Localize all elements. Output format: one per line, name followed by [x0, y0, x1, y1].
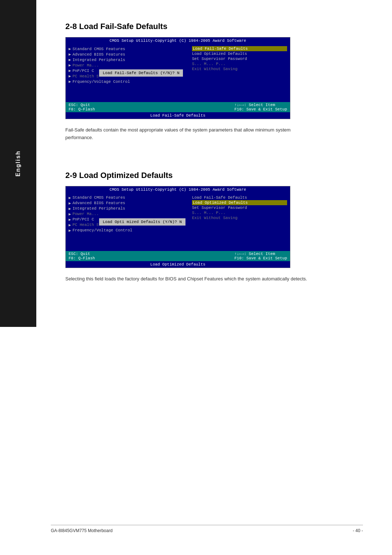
bios1-item-0: ▶ Standard CMOS Features [69, 46, 186, 52]
bios2-arrows: ↑↓←→: Select Item [234, 252, 287, 256]
bios1-right-item-0: Load Fail-Safe Defaults [192, 46, 287, 51]
arrow-icon-6: ▶ [69, 79, 71, 84]
arrow2-icon-6: ▶ [69, 228, 71, 233]
bios-screen-2: CMOS Setup Utility-Copyright (C) 1984-20… [65, 186, 290, 268]
sidebar-label: English [15, 150, 21, 177]
bios1-item-3: ▶ Power Ma... [69, 62, 186, 68]
bios1-item-label-4: PnP/PCI C [73, 69, 94, 73]
bios1-footer-left: ESC: Quit F8: Q-Flash [69, 103, 95, 112]
arrow2-icon-2: ▶ [69, 206, 71, 211]
bios2-right-item-1: Load Optimized Defaults [192, 200, 287, 205]
bios2-right-item-2: Set Supervisor Password [192, 205, 287, 210]
bios2-item-label-4: PnP/PCI C [73, 217, 94, 222]
bios1-item-label-2: Integrated Peripherals [73, 58, 125, 62]
bios1-item-label-3: Power Ma... [73, 63, 99, 68]
bios2-footer-left: ESC: Quit F8: Q-Flash [69, 252, 95, 260]
bios1-f10: F10: Save & Exit Setup [234, 107, 287, 112]
bios1-right-item-2: Set Supervisor Password [192, 56, 287, 61]
page-footer: GA-8I845GVM775 Motherboard - 40 - [51, 525, 363, 533]
bios2-item-label-3: Power Ma... [73, 212, 99, 216]
bios2-title: CMOS Setup Utility-Copyright (C) 1984-20… [66, 186, 290, 193]
bios1-footer-bottom: Load Fail-Safe Defaults [66, 112, 290, 119]
bios2-right-item-3: S... M... P... [192, 210, 287, 215]
footer-left: GA-8I845GVM775 Motherboard [51, 528, 113, 533]
bios2-body: ▶ Standard CMOS Features ▶ Advanced BIOS… [66, 193, 290, 251]
bios2-item-label-6: Frequency/Voltage Control [73, 228, 132, 232]
bios2-right-item-0: Load Fail-Safe Defaults [192, 195, 287, 200]
bios2-item-0: ▶ Standard CMOS Features [69, 195, 186, 200]
bios-screen-1: CMOS Setup Utility-Copyright (C) 1984-20… [65, 37, 290, 119]
bios1-item-1: ▶ Advanced BIOS Features [69, 52, 186, 57]
section2-heading: 2-9 Load Optimized Defaults [65, 171, 363, 180]
bios1-title: CMOS Setup Utility-Copyright (C) 1984-20… [66, 37, 290, 44]
bios1-item-label-0: Standard CMOS Features [73, 47, 125, 51]
bios2-esc: ESC: Quit [69, 252, 95, 256]
arrow-icon-0: ▶ [69, 46, 71, 51]
arrow2-icon-3: ▶ [69, 212, 71, 216]
bios1-esc: ESC: Quit [69, 103, 95, 107]
bios2-item-3: ▶ Power Ma... [69, 211, 186, 217]
bios1-footer: ESC: Quit F8: Q-Flash ↑↓←→: Select Item … [66, 102, 290, 112]
bios2-footer: ESC: Quit F8: Q-Flash ↑↓←→: Select Item … [66, 251, 290, 261]
main-content: 2-8 Load Fail-Safe Defaults CMOS Setup U… [51, 0, 392, 319]
bios2-item-label-0: Standard CMOS Features [73, 195, 125, 200]
bios1-item-label-1: Advanced BIOS Features [73, 52, 125, 57]
arrow2-icon-5: ▶ [69, 223, 71, 227]
bios2-item-label-2: Integrated Peripherals [73, 206, 125, 211]
bios1-item-2: ▶ Integrated Peripherals [69, 57, 186, 62]
bios1-right-item-1: Load Optimized Defaults [192, 51, 287, 56]
bios2-dialog: Load Opti mized Defaults (Y/N)? N [98, 218, 186, 226]
bios1-footer-right: ↑↓←→: Select Item F10: Save & Exit Setup [234, 103, 287, 112]
sidebar: English [0, 0, 36, 327]
bios2-item-1: ▶ Advanced BIOS Features [69, 200, 186, 206]
arrow2-icon-0: ▶ [69, 195, 71, 200]
bios1-item-6: ▶ Frquency/Voltage Control [69, 79, 186, 84]
bios2-item-label-1: Advanced BIOS Features [73, 201, 125, 205]
bios1-right: Load Fail-Safe Defaults Load Optimized D… [189, 44, 290, 102]
bios2-right: Load Fail-Safe Defaults Load Optimized D… [189, 193, 290, 251]
arrow-icon-3: ▶ [69, 63, 71, 68]
arrow-icon-1: ▶ [69, 52, 71, 57]
bios2-right-item-4: Exit Without Saving [192, 215, 287, 220]
bios2-footer-right: ↑↓←→: Select Item F10: Save & Exit Setup [234, 252, 287, 260]
arrow-icon-2: ▶ [69, 57, 71, 62]
bios1-dialog: Load Fail-Safe Defaults (Y/N)? N [98, 69, 184, 77]
bios2-item-2: ▶ Integrated Peripherals [69, 206, 186, 211]
arrow-icon-4: ▶ [69, 68, 71, 73]
footer-right: - 40 - [353, 528, 363, 533]
bios1-item-label-6: Frquency/Voltage Control [73, 80, 130, 84]
bios2-footer-bottom: Load Optimized Defaults [66, 261, 290, 268]
bios1-f8: F8: Q-Flash [69, 107, 95, 112]
bios2-f10: F10: Save & Exit Setup [234, 256, 287, 260]
bios1-arrows: ↑↓←→: Select Item [234, 103, 287, 107]
bios2-f8: F8: Q-Flash [69, 256, 95, 260]
section1-heading: 2-8 Load Fail-Safe Defaults [65, 22, 363, 31]
bios1-right-item-4: Exit Without Saving [192, 66, 287, 72]
bios2-item-6: ▶ Frequency/Voltage Control [69, 228, 186, 233]
section1-description: Fail-Safe defaults contain the most appr… [65, 126, 319, 142]
arrow2-icon-4: ▶ [69, 217, 71, 222]
section2-description: Selecting this field loads the factory d… [65, 275, 319, 283]
bios1-body: ▶ Standard CMOS Features ▶ Advanced BIOS… [66, 44, 290, 102]
arrow2-icon-1: ▶ [69, 201, 71, 206]
bios1-right-item-3: S... M... P... [192, 61, 287, 66]
section-gap [65, 156, 363, 171]
arrow-icon-5: ▶ [69, 74, 71, 78]
